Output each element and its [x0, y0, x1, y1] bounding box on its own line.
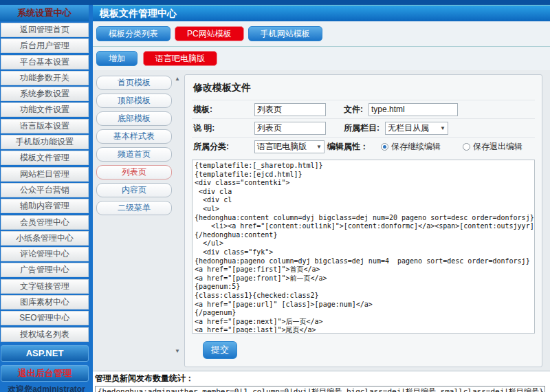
category-label: 所属分类: [192, 141, 254, 153]
radio-icon [381, 143, 388, 151]
file-input[interactable] [368, 103, 458, 116]
sidebar-item[interactable]: 公众平台营销 [1, 183, 89, 197]
edit-template-panel: 修改模板文件 模板: 文件: 说 明: 所属栏目: 无栏目从属 ▼ [184, 74, 542, 367]
page: 系统设置中心 返回管理首页后台用户管理平台基本设置功能参数开关系统参数设置功能文… [0, 0, 550, 392]
form-title: 修改模板文件 [192, 79, 535, 100]
desc-label: 说 明: [192, 122, 254, 134]
aspnet-button[interactable]: ASP.NET [1, 345, 89, 362]
left-sidebar: 系统设置中心 返回管理首页后台用户管理平台基本设置功能参数开关系统参数设置功能文… [0, 5, 93, 392]
form-row-category-attr: 所属分类: 语言吧电脑版 ▼ 编辑属性： 保存继续编辑 保存退出编辑 [192, 137, 535, 155]
toolbar-row: 增加语言吧电脑版 [93, 47, 550, 70]
radio-icon [463, 143, 470, 151]
column-label: 所属栏目: [344, 122, 380, 134]
form-row-template-file: 模板: 文件: [192, 100, 535, 118]
submit-button[interactable]: 提交 [203, 341, 237, 359]
sidebar-item[interactable]: 后台用户管理 [1, 39, 89, 53]
edit-attr-options: 保存继续编辑 保存退出编辑 [373, 141, 522, 153]
tab-button[interactable]: 手机网站模板 [248, 26, 322, 41]
radio-label: 保存退出编辑 [473, 141, 522, 153]
sidebar-item[interactable]: 文字链接管理 [1, 279, 89, 294]
column-select-value: 无栏目从属 [388, 122, 429, 134]
page-title: 模板文件管理中心 [93, 5, 550, 21]
content-area: 首页模板顶部模板底部模板基本样式表频道首页列表页内容页二级菜单 ▲ ▼ 修改模板… [93, 70, 550, 371]
file-label: 文件: [344, 104, 363, 116]
footer-stats: 管理员新闻发布数量统计： {hedonghua:adminauther memb… [93, 371, 550, 392]
template-menu-item[interactable]: 二级菜单 [96, 201, 172, 215]
sidebar-item[interactable]: 辅助内容管理 [1, 199, 89, 213]
menu-scroll-down-icon[interactable]: ▼ [175, 348, 180, 354]
stats-code-input[interactable]: {hedonghua:adminauther member=0|1 column… [95, 386, 545, 392]
template-menu-item[interactable]: 首页模板 [96, 76, 172, 90]
toolbar-button[interactable]: 增加 [96, 51, 138, 66]
radio-label: 保存继续编辑 [391, 141, 441, 153]
category-select[interactable]: 语言吧电脑版 ▼ [254, 140, 324, 153]
sidebar-items: 返回管理首页后台用户管理平台基本设置功能参数开关系统参数设置功能文件设置语言版本… [0, 23, 93, 342]
stats-label: 管理员新闻发布数量统计： [95, 373, 547, 384]
edit-attr-radio[interactable]: 保存继续编辑 [381, 141, 441, 153]
edit-attr-label: 编辑属性： [327, 141, 368, 153]
sidebar-item[interactable]: 图库素材中心 [1, 295, 89, 309]
edit-attr-radio[interactable]: 保存退出编辑 [463, 141, 522, 153]
sidebar-item[interactable]: 小纸条管理中心 [1, 231, 89, 246]
sidebar-item[interactable]: 模板文件管理 [1, 151, 89, 165]
main-area: 模板文件管理中心 模板分类列表PC网站模板手机网站模板 增加语言吧电脑版 首页模… [93, 5, 550, 392]
sidebar-item[interactable]: 授权域名列表 [1, 327, 89, 342]
sidebar-item[interactable]: 功能文件设置 [1, 102, 89, 117]
tab-button[interactable]: 模板分类列表 [96, 26, 170, 41]
menu-scroll-up-icon[interactable]: ▲ [175, 76, 180, 82]
template-code-editor[interactable]: {templatefile:[_sharetop.html]} {templat… [192, 160, 535, 334]
template-menu: 首页模板顶部模板底部模板基本样式表频道首页列表页内容页二级菜单 [96, 76, 172, 219]
template-input[interactable] [254, 103, 326, 116]
sidebar-item[interactable]: 评论管理中心 [1, 247, 89, 261]
template-menu-item[interactable]: 基本样式表 [96, 129, 172, 144]
template-menu-item[interactable]: 频道首页 [96, 147, 172, 162]
toolbar-button[interactable]: 语言吧电脑版 [143, 51, 217, 66]
category-select-value: 语言吧电脑版 [257, 141, 307, 153]
chevron-down-icon: ▼ [440, 125, 446, 131]
top-strip [0, 0, 550, 5]
column-select[interactable]: 无栏目从属 ▼ [385, 122, 448, 135]
desc-input[interactable] [254, 122, 326, 135]
template-label: 模板: [192, 104, 254, 116]
sidebar-item[interactable]: 语言版本设置 [1, 119, 89, 133]
sidebar-item[interactable]: 平台基本设置 [1, 55, 89, 69]
logout-button[interactable]: 退出后台管理 [1, 365, 89, 382]
template-menu-item[interactable]: 列表页 [96, 165, 172, 179]
welcome-text: 欢迎您administrator [0, 384, 93, 392]
chevron-down-icon: ▼ [316, 144, 322, 150]
form-row-desc-column: 说 明: 所属栏目: 无栏目从属 ▼ [192, 118, 535, 137]
sidebar-item[interactable]: 手机版功能设置 [1, 135, 89, 149]
sidebar-item[interactable]: 会员管理中心 [1, 215, 89, 230]
tabs-row: 模板分类列表PC网站模板手机网站模板 [93, 21, 550, 47]
sidebar-item[interactable]: 广告管理中心 [1, 263, 89, 277]
template-menu-item[interactable]: 顶部模板 [96, 94, 172, 108]
sidebar-item[interactable]: 返回管理首页 [1, 23, 89, 37]
sidebar-item[interactable]: 网站栏目管理 [1, 167, 89, 182]
template-menu-item[interactable]: 内容页 [96, 183, 172, 197]
sidebar-item[interactable]: 系统参数设置 [1, 87, 89, 101]
sidebar-header: 系统设置中心 [0, 5, 89, 21]
tab-button[interactable]: PC网站模板 [175, 26, 244, 41]
sidebar-item[interactable]: SEO管理中心 [1, 311, 89, 325]
template-menu-item[interactable]: 底部模板 [96, 111, 172, 126]
sidebar-item[interactable]: 功能参数开关 [1, 71, 89, 85]
